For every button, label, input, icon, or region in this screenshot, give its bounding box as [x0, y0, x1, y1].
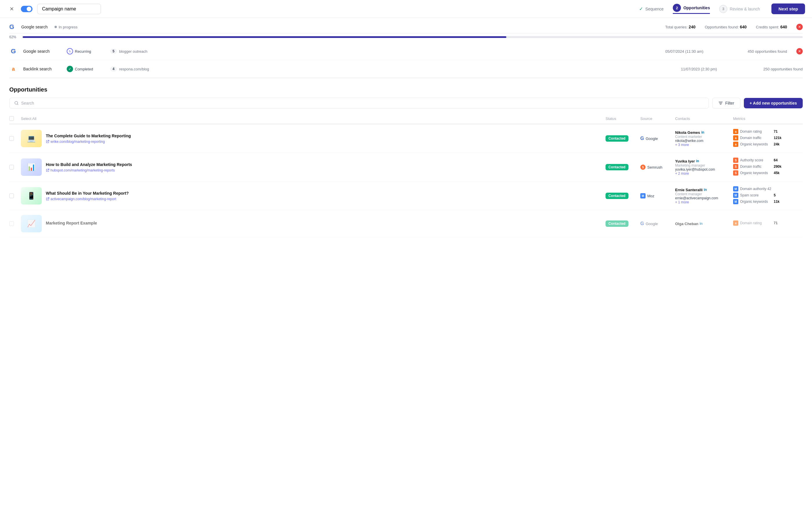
opp-title-2: What Should Be in Your Marketing Report? [46, 191, 606, 196]
select-all-checkbox[interactable] [9, 116, 21, 121]
metric-label-2-0: Domain authority 42 [740, 187, 772, 191]
toggle-button[interactable] [21, 6, 32, 12]
contact-more-1[interactable]: + 2 more [675, 172, 733, 176]
source-label-0: Google [645, 136, 658, 141]
credits-spent-stat: Credits spent: 640 [756, 25, 787, 29]
metric-row-1-2: S Organic keywords 45k [733, 170, 803, 176]
col-header-source: Source [640, 116, 675, 121]
moz-metric-icon: M [733, 186, 738, 191]
cancel-source-0[interactable]: ✕ [796, 48, 803, 54]
linkedin-icon-0: in [701, 130, 705, 134]
opp-source-2: M Moz [640, 193, 675, 199]
step-review-label: Review & launch [730, 7, 760, 11]
metric-label-2-1: Spam score [740, 193, 772, 197]
opp-source-0: G Google [640, 136, 675, 141]
total-queries-label: Total queries: [665, 25, 688, 29]
source-label-3: Google [645, 222, 658, 226]
search-icon [14, 101, 19, 105]
metric-value-2-1: 5 [774, 193, 776, 197]
next-step-button[interactable]: Next step [771, 3, 805, 14]
step-review[interactable]: 3 Review & launch [719, 5, 760, 13]
search-progress-row: G Google search In progress Total querie… [9, 18, 803, 33]
cancel-search-button[interactable]: ✕ [796, 24, 803, 30]
metric-value-1-2: 45k [774, 171, 780, 175]
total-queries-value: 240 [689, 25, 695, 29]
opp-title-0: The Complete Guide to Marketing Reportin… [46, 133, 606, 138]
progress-bar-row: 62% [9, 33, 803, 43]
opp-url-text-1: hubspot.com/marketing/marketing-reports [50, 168, 115, 172]
metric-value-0-1: 121k [774, 136, 782, 140]
metric-label-1-1: Domain traffic [740, 164, 772, 168]
completed-label: Completed [75, 67, 93, 71]
opp-url-2[interactable]: activecampaign.com/blog/marketing-report [46, 197, 606, 201]
metric-row-0-2: a Organic keywords 24k [733, 142, 803, 147]
ahrefs-icon: a [733, 129, 738, 134]
search-filter-row: Filter + Add new opportunities [9, 98, 803, 109]
search-input[interactable] [21, 101, 704, 105]
linkedin-icon-1: in [696, 159, 699, 163]
opp-url-text-2: activecampaign.com/blog/marketing-report [50, 197, 116, 201]
opp-url-1[interactable]: hubspot.com/marketing/marketing-reports [46, 168, 606, 172]
source-rows: G Google search ↻ Recurring 5 blogger ou… [9, 43, 803, 78]
opp-metrics-0: a Domain rating 71 a Domain traffic 121k… [733, 129, 803, 148]
search-box[interactable] [9, 98, 709, 109]
contact-more-2[interactable]: + 1 more [675, 200, 733, 204]
step-opportunities[interactable]: 2 Opportunities [673, 4, 710, 14]
row-checkbox-2[interactable] [9, 193, 21, 198]
metric-label-0-0: Domain rating [740, 129, 772, 134]
col-header-metrics: Metrics [733, 116, 803, 121]
opp-text-0: The Complete Guide to Marketing Reportin… [46, 133, 606, 144]
found-text-1: 250 opportunities found [745, 67, 803, 71]
opp-contacts-1: Yuvika Iyer in Marketing manager yuvika.… [675, 159, 733, 176]
status-dot [54, 26, 57, 28]
step-opportunities-label: Opportunities [683, 5, 710, 10]
col-header-status: Status [606, 116, 640, 121]
source-status-recurring: ↻ Recurring [67, 48, 104, 54]
link-icon [46, 168, 49, 172]
metric-row-0-0: a Domain rating 71 [733, 129, 803, 134]
moz-icon: M [640, 193, 645, 199]
step-sequence[interactable]: ✓ Sequence [639, 6, 664, 11]
row-checkbox-3[interactable] [9, 221, 21, 226]
col-header-title: Select All [21, 116, 606, 121]
close-button[interactable]: ✕ [7, 4, 16, 14]
ahrefs-icon: a [733, 142, 738, 147]
semrush-metric-icon: S [733, 158, 738, 163]
contact-role-1: Marketing manager [675, 163, 733, 167]
metric-row-3-0: a Domain rating 71 [733, 220, 803, 226]
metric-row-1-0: S Authority score 64 [733, 158, 803, 163]
opp-info-3: 📈 Marketing Report Example [21, 215, 606, 232]
source-status-completed: ✓ Completed [67, 66, 104, 72]
contact-more-0[interactable]: + 3 more [675, 143, 733, 147]
metric-row-2-0: M Domain authority 42 [733, 186, 803, 191]
completed-icon: ✓ [67, 66, 73, 72]
opp-source-1: S Semrush [640, 164, 675, 170]
add-opportunities-button[interactable]: + Add new opportunities [744, 98, 803, 108]
opp-url-0[interactable]: wrike.com/blog/marketing-reporting [46, 140, 606, 144]
progress-status-label: In progress [58, 25, 77, 29]
opportunities-found-label: Opportunities found: [705, 25, 739, 29]
opportunities-found-stat: Opportunities found: 640 [705, 25, 746, 29]
metric-value-3-0: 71 [774, 221, 778, 225]
metric-value-0-0: 71 [774, 129, 778, 134]
link-icon [46, 140, 49, 144]
contact-email-2: ernie@activecampaign.com [675, 196, 733, 200]
contact-name-3: Olga Cheban in [675, 222, 733, 226]
metric-label-1-0: Authority score [740, 158, 772, 162]
table-row: 📱 What Should Be in Your Marketing Repor… [9, 182, 803, 210]
metric-row-2-1: M Spam score 5 [733, 193, 803, 198]
opp-url-text-0: wrike.com/blog/marketing-reporting [50, 140, 105, 144]
table-row: 💻 The Complete Guide to Marketing Report… [9, 124, 803, 153]
row-checkbox-1[interactable] [9, 165, 21, 170]
opp-title-3: Marketing Report Example [46, 220, 606, 226]
filter-button[interactable]: Filter [712, 98, 740, 109]
opportunities-step-circle: 2 [673, 4, 681, 12]
campaign-name-input[interactable] [37, 4, 101, 14]
row-checkbox-0[interactable] [9, 136, 21, 141]
google-source-icon: G [9, 47, 17, 55]
metric-row-0-1: a Domain traffic 121k [733, 135, 803, 140]
opportunities-header: Opportunities Filter + Add new opportuni… [9, 78, 803, 113]
contact-role-2: Content manager [675, 192, 733, 196]
opportunities-title: Opportunities [9, 86, 803, 93]
opp-info-0: 💻 The Complete Guide to Marketing Report… [21, 130, 606, 147]
